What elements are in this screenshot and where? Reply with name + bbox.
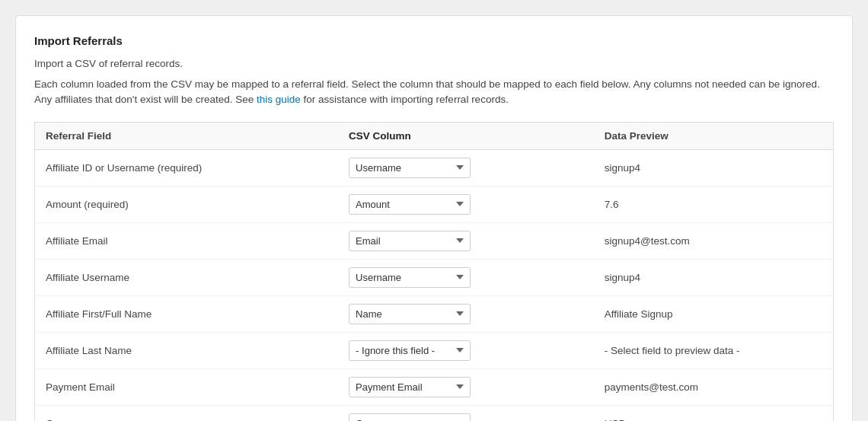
csv-column-cell: EmailUsernameAmountNamePayment EmailCurr… [338,222,594,259]
csv-column-select-row-6[interactable]: Payment EmailUsernameAmountEmailNameCurr… [349,377,471,397]
guide-link[interactable]: this guide [257,94,301,105]
column-header-data-preview: Data Preview [594,122,834,149]
csv-column-select-row-0[interactable]: UsernameAmountEmailNamePayment EmailCurr… [349,158,471,178]
table-row: Affiliate UsernameUsernameAmountEmailNam… [35,259,834,295]
table-row: Affiliate EmailEmailUsernameAmountNamePa… [35,222,834,259]
csv-column-select-row-5[interactable]: - Ignore this field -UsernameAmountEmail… [349,340,471,361]
import-referrals-panel: Import Referrals Import a CSV of referra… [15,15,853,421]
table-row: Affiliate First/Full NameNameUsernameAmo… [35,295,834,332]
table-row: CurrencyCurrencyUsernameAmountEmailNameP… [35,405,834,421]
csv-column-select-row-7[interactable]: CurrencyUsernameAmountEmailNamePayment E… [349,413,471,422]
column-header-csv-column: CSV Column [338,122,594,149]
column-header-referral-field: Referral Field [35,122,339,149]
referral-field-cell: Currency [35,405,339,421]
description-secondary: Each column loaded from the CSV may be m… [34,77,834,108]
referral-field-cell: Affiliate First/Full Name [35,295,339,332]
table-row: Amount (required)AmountUsernameEmailName… [35,186,834,222]
csv-column-cell: AmountUsernameEmailNamePayment EmailCurr… [338,186,594,222]
csv-column-cell: CurrencyUsernameAmountEmailNamePayment E… [338,405,594,421]
csv-column-cell: NameUsernameAmountEmailPayment EmailCurr… [338,295,594,332]
csv-column-cell: UsernameAmountEmailNamePayment EmailCurr… [338,259,594,295]
referral-field-cell: Affiliate Username [35,259,339,295]
csv-column-select-row-4[interactable]: NameUsernameAmountEmailPayment EmailCurr… [349,304,471,324]
table-row: Affiliate Last Name- Ignore this field -… [35,332,834,368]
csv-column-cell: Payment EmailUsernameAmountEmailNameCurr… [338,368,594,405]
csv-column-select-row-1[interactable]: AmountUsernameEmailNamePayment EmailCurr… [349,194,471,215]
data-preview-cell: Affiliate Signup [594,295,834,332]
data-preview-cell: USD [594,405,834,421]
data-preview-cell: signup4 [594,259,834,295]
referral-field-cell: Affiliate Last Name [35,332,339,368]
referral-field-cell: Payment Email [35,368,339,405]
data-preview-cell: 7.6 [594,186,834,222]
field-mapping-table: Referral Field CSV Column Data Preview A… [34,122,834,422]
data-preview-cell: signup4 [594,149,834,186]
csv-column-select-row-3[interactable]: UsernameAmountEmailNamePayment EmailCurr… [349,267,471,288]
csv-column-cell: - Ignore this field -UsernameAmountEmail… [338,332,594,368]
data-preview-cell: payments@test.com [594,368,834,405]
csv-column-cell: UsernameAmountEmailNamePayment EmailCurr… [338,149,594,186]
table-row: Affiliate ID or Username (required)Usern… [35,149,834,186]
referral-field-cell: Affiliate ID or Username (required) [35,149,339,186]
csv-column-select-row-2[interactable]: EmailUsernameAmountNamePayment EmailCurr… [349,231,471,251]
description-text-after-link: for assistance with importing referral r… [301,94,509,105]
data-preview-cell: signup4@test.com [594,222,834,259]
referral-field-cell: Affiliate Email [35,222,339,259]
page-title: Import Referrals [34,34,834,47]
table-row: Payment EmailPayment EmailUsernameAmount… [35,368,834,405]
referral-field-cell: Amount (required) [35,186,339,222]
table-header-row: Referral Field CSV Column Data Preview [35,122,834,149]
data-preview-cell: - Select field to preview data - [594,332,834,368]
description-primary: Import a CSV of referral records. [34,58,834,69]
